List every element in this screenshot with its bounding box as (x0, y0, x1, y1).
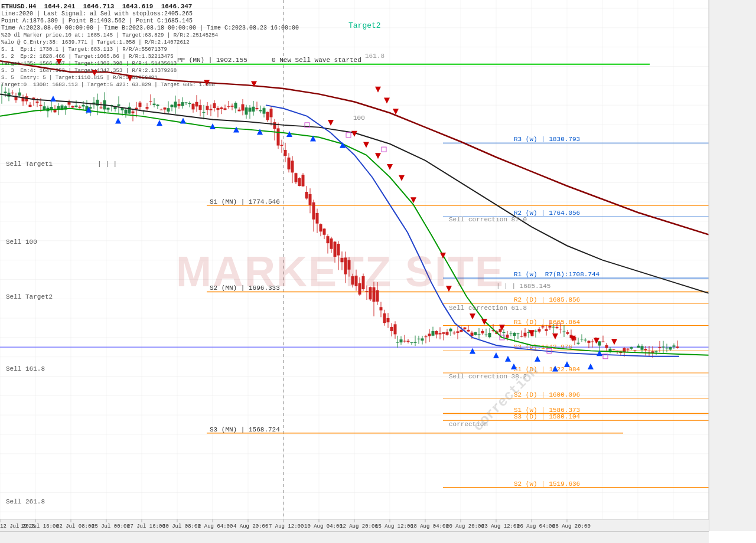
time-axis (0, 531, 709, 543)
price-scale-container (709, 0, 756, 531)
price-chart (0, 0, 709, 531)
chart-container: MARKETZ SITE (0, 0, 756, 543)
